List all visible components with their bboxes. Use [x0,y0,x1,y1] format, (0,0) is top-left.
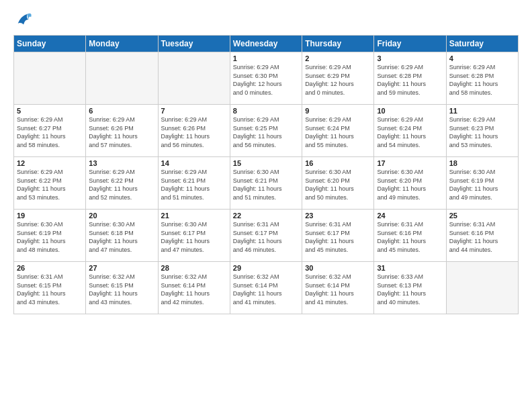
calendar-row: 1Sunrise: 6:29 AMSunset: 6:30 PMDaylight… [14,52,519,105]
day-number: 8 [233,107,299,115]
day-number: 1 [233,54,299,62]
calendar-row: 26Sunrise: 6:31 AMSunset: 6:15 PMDayligh… [14,262,519,314]
day-cell: 10Sunrise: 6:29 AMSunset: 6:24 PMDayligh… [374,105,446,157]
day-info: Sunrise: 6:29 AMSunset: 6:26 PMDaylight:… [89,116,154,149]
day-number: 5 [17,107,83,115]
day-info: Sunrise: 6:29 AMSunset: 6:24 PMDaylight:… [305,116,371,149]
header-thursday: Thursday [302,36,374,52]
day-info: Sunrise: 6:29 AMSunset: 6:23 PMDaylight:… [449,116,515,149]
day-cell: 2Sunrise: 6:29 AMSunset: 6:29 PMDaylight… [302,52,374,105]
day-number: 24 [377,212,443,220]
day-info: Sunrise: 6:30 AMSunset: 6:20 PMDaylight:… [377,168,443,201]
day-cell: 29Sunrise: 6:32 AMSunset: 6:14 PMDayligh… [230,262,302,314]
day-cell: 23Sunrise: 6:31 AMSunset: 6:17 PMDayligh… [302,210,374,262]
day-cell: 28Sunrise: 6:32 AMSunset: 6:14 PMDayligh… [158,262,230,314]
day-cell [446,262,518,314]
day-cell: 25Sunrise: 6:31 AMSunset: 6:16 PMDayligh… [446,210,518,262]
day-cell: 27Sunrise: 6:32 AMSunset: 6:15 PMDayligh… [86,262,158,314]
header-tuesday: Tuesday [158,36,230,52]
day-cell: 1Sunrise: 6:29 AMSunset: 6:30 PMDaylight… [230,52,302,105]
day-number: 22 [233,212,299,220]
calendar-row: 5Sunrise: 6:29 AMSunset: 6:27 PMDaylight… [14,105,519,157]
day-info: Sunrise: 6:33 AMSunset: 6:13 PMDaylight:… [377,273,443,306]
day-info: Sunrise: 6:29 AMSunset: 6:22 PMDaylight:… [89,168,154,201]
day-cell: 14Sunrise: 6:29 AMSunset: 6:21 PMDayligh… [158,157,230,210]
day-cell: 21Sunrise: 6:30 AMSunset: 6:17 PMDayligh… [158,210,230,262]
day-info: Sunrise: 6:30 AMSunset: 6:20 PMDaylight:… [305,168,371,201]
day-info: Sunrise: 6:32 AMSunset: 6:14 PMDaylight:… [233,273,299,306]
weekday-header-row: Sunday Monday Tuesday Wednesday Thursday… [14,36,519,52]
day-number: 16 [305,159,371,167]
day-cell [14,52,86,105]
day-info: Sunrise: 6:29 AMSunset: 6:21 PMDaylight:… [161,168,227,201]
day-cell [86,52,158,105]
day-info: Sunrise: 6:29 AMSunset: 6:28 PMDaylight:… [377,63,443,97]
day-cell: 13Sunrise: 6:29 AMSunset: 6:22 PMDayligh… [86,157,158,210]
day-info: Sunrise: 6:32 AMSunset: 6:14 PMDaylight:… [305,273,371,306]
day-number: 18 [449,159,515,167]
day-cell: 5Sunrise: 6:29 AMSunset: 6:27 PMDaylight… [14,105,86,157]
header-saturday: Saturday [446,36,518,52]
day-number: 19 [17,212,83,220]
day-info: Sunrise: 6:29 AMSunset: 6:28 PMDaylight:… [449,63,515,97]
day-info: Sunrise: 6:32 AMSunset: 6:15 PMDaylight:… [89,273,154,306]
day-info: Sunrise: 6:29 AMSunset: 6:22 PMDaylight:… [17,168,83,201]
day-info: Sunrise: 6:30 AMSunset: 6:19 PMDaylight:… [449,168,515,201]
day-number: 11 [449,107,515,115]
day-info: Sunrise: 6:31 AMSunset: 6:17 PMDaylight:… [233,220,299,254]
day-cell: 19Sunrise: 6:30 AMSunset: 6:19 PMDayligh… [14,210,86,262]
day-number: 17 [377,159,443,167]
day-cell: 11Sunrise: 6:29 AMSunset: 6:23 PMDayligh… [446,105,518,157]
day-cell: 3Sunrise: 6:29 AMSunset: 6:28 PMDaylight… [374,52,446,105]
day-info: Sunrise: 6:30 AMSunset: 6:19 PMDaylight:… [17,220,83,254]
day-number: 28 [161,264,227,272]
day-number: 9 [305,107,371,115]
day-cell: 30Sunrise: 6:32 AMSunset: 6:14 PMDayligh… [302,262,374,314]
day-info: Sunrise: 6:29 AMSunset: 6:30 PMDaylight:… [233,63,299,97]
day-info: Sunrise: 6:30 AMSunset: 6:18 PMDaylight:… [89,220,154,254]
day-info: Sunrise: 6:31 AMSunset: 6:16 PMDaylight:… [377,220,443,254]
day-cell: 24Sunrise: 6:31 AMSunset: 6:16 PMDayligh… [374,210,446,262]
day-cell: 12Sunrise: 6:29 AMSunset: 6:22 PMDayligh… [14,157,86,210]
day-cell: 26Sunrise: 6:31 AMSunset: 6:15 PMDayligh… [14,262,86,314]
day-number: 10 [377,107,443,115]
day-info: Sunrise: 6:29 AMSunset: 6:26 PMDaylight:… [161,116,227,149]
day-number: 23 [305,212,371,220]
day-number: 20 [89,212,154,220]
day-info: Sunrise: 6:31 AMSunset: 6:17 PMDaylight:… [305,220,371,254]
day-cell: 6Sunrise: 6:29 AMSunset: 6:26 PMDaylight… [86,105,158,157]
day-cell [158,52,230,105]
day-info: Sunrise: 6:30 AMSunset: 6:21 PMDaylight:… [233,168,299,201]
header-sunday: Sunday [14,36,86,52]
day-cell: 20Sunrise: 6:30 AMSunset: 6:18 PMDayligh… [86,210,158,262]
day-cell: 16Sunrise: 6:30 AMSunset: 6:20 PMDayligh… [302,157,374,210]
day-info: Sunrise: 6:29 AMSunset: 6:29 PMDaylight:… [305,63,371,97]
day-number: 25 [449,212,515,220]
day-number: 3 [377,54,443,62]
day-number: 30 [305,264,371,272]
day-number: 12 [17,159,83,167]
logo [13,11,34,30]
header-friday: Friday [374,36,446,52]
day-info: Sunrise: 6:29 AMSunset: 6:25 PMDaylight:… [233,116,299,149]
day-number: 26 [17,264,83,272]
day-info: Sunrise: 6:30 AMSunset: 6:17 PMDaylight:… [161,220,227,254]
calendar-row: 12Sunrise: 6:29 AMSunset: 6:22 PMDayligh… [14,157,519,210]
logo-bird-icon [15,11,34,30]
day-number: 29 [233,264,299,272]
day-info: Sunrise: 6:29 AMSunset: 6:24 PMDaylight:… [377,116,443,149]
day-number: 4 [449,54,515,62]
day-number: 14 [161,159,227,167]
day-number: 15 [233,159,299,167]
day-number: 7 [161,107,227,115]
day-cell: 8Sunrise: 6:29 AMSunset: 6:25 PMDaylight… [230,105,302,157]
day-number: 13 [89,159,154,167]
header-monday: Monday [86,36,158,52]
day-info: Sunrise: 6:31 AMSunset: 6:15 PMDaylight:… [17,273,83,306]
day-info: Sunrise: 6:29 AMSunset: 6:27 PMDaylight:… [17,116,83,149]
page: Sunday Monday Tuesday Wednesday Thursday… [0,0,532,411]
header [13,11,519,30]
header-wednesday: Wednesday [230,36,302,52]
day-cell: 18Sunrise: 6:30 AMSunset: 6:19 PMDayligh… [446,157,518,210]
day-number: 21 [161,212,227,220]
